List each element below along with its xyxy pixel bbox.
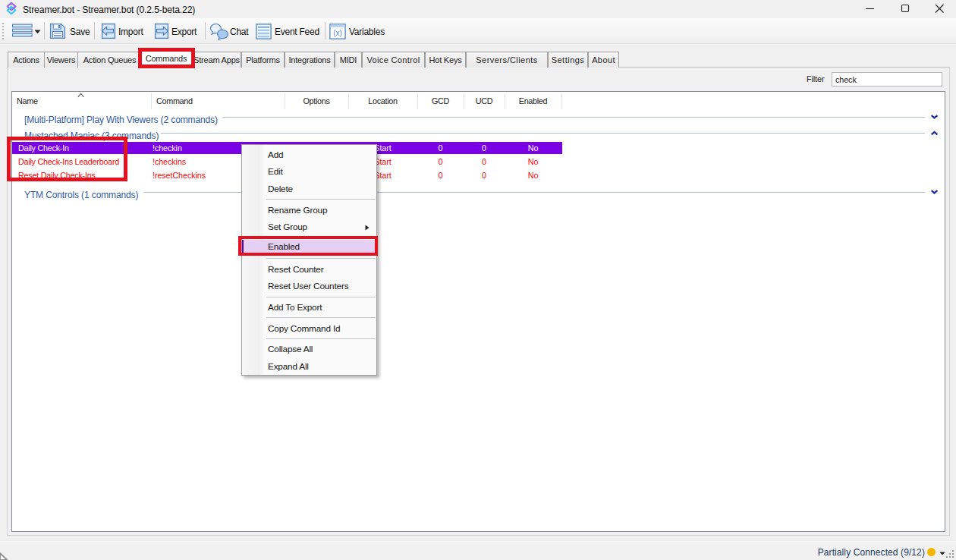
svg-text:(x): (x) bbox=[333, 29, 342, 37]
